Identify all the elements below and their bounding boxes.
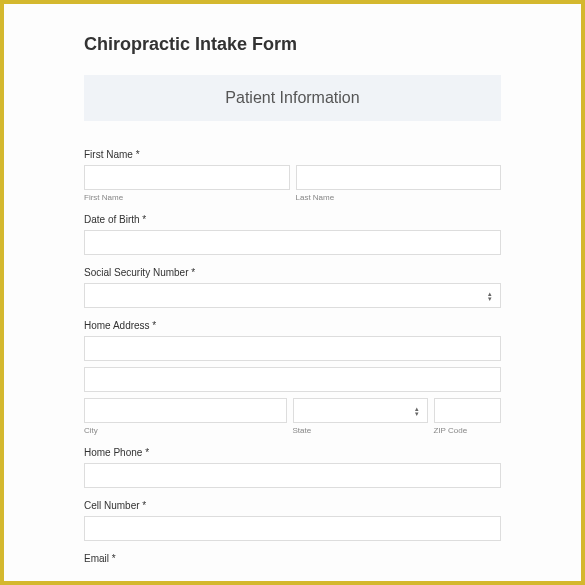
home-phone-input[interactable] — [84, 463, 501, 488]
first-name-input[interactable] — [84, 165, 290, 190]
cell-number-input[interactable] — [84, 516, 501, 541]
section-header: Patient Information — [84, 75, 501, 121]
form-content: Chiropractic Intake Form Patient Informa… — [14, 34, 571, 564]
dob-input[interactable] — [84, 230, 501, 255]
email-label: Email * — [84, 553, 501, 564]
state-select[interactable]: ▴▾ — [293, 398, 428, 423]
dob-label: Date of Birth * — [84, 214, 501, 225]
first-name-sublabel: First Name — [84, 193, 290, 202]
zip-sublabel: ZIP Code — [434, 426, 502, 435]
home-address-label: Home Address * — [84, 320, 501, 331]
spinner-icon: ▴▾ — [415, 406, 419, 416]
city-input[interactable] — [84, 398, 287, 423]
ssn-input[interactable]: ▴▾ — [84, 283, 501, 308]
spinner-icon: ▴▾ — [488, 291, 492, 301]
city-sublabel: City — [84, 426, 287, 435]
address-line2-input[interactable] — [84, 367, 501, 392]
last-name-sublabel: Last Name — [296, 193, 502, 202]
form-frame: Chiropractic Intake Form Patient Informa… — [0, 0, 585, 585]
state-sublabel: State — [293, 426, 428, 435]
zip-input[interactable] — [434, 398, 502, 423]
address-line1-input[interactable] — [84, 336, 501, 361]
last-name-input[interactable] — [296, 165, 502, 190]
home-phone-label: Home Phone * — [84, 447, 501, 458]
first-name-label: First Name * — [84, 149, 501, 160]
ssn-label: Social Security Number * — [84, 267, 501, 278]
cell-number-label: Cell Number * — [84, 500, 501, 511]
page-title: Chiropractic Intake Form — [84, 34, 501, 55]
